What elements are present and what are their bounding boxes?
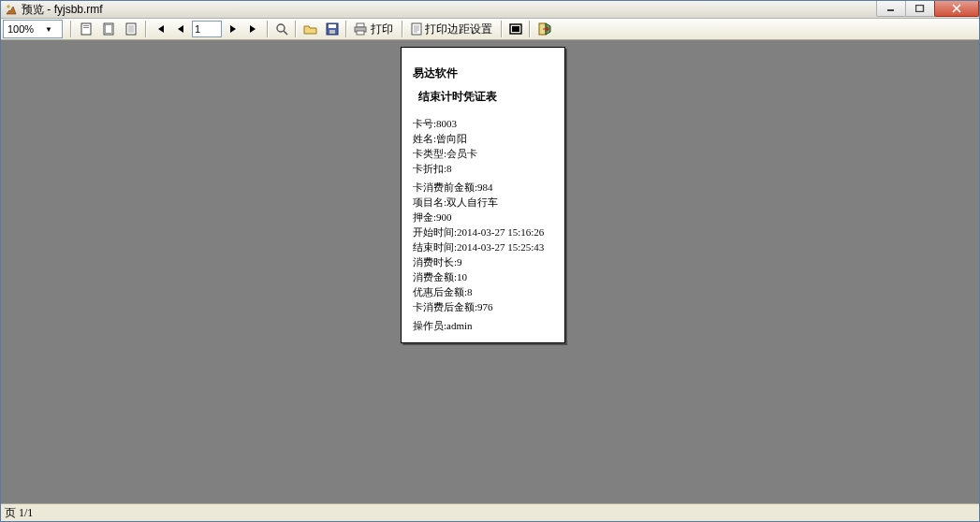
row-operator: 操作员:admin <box>413 318 555 333</box>
row-deposit: 押金:900 <box>413 210 555 225</box>
first-page-button[interactable] <box>151 20 169 38</box>
svg-rect-17 <box>412 23 421 35</box>
search-button[interactable] <box>272 20 291 38</box>
close-button[interactable] <box>934 1 979 17</box>
title-bar: 预览 - fyjsbb.rmf <box>1 1 979 19</box>
chevron-down-icon[interactable]: ▼ <box>43 25 54 34</box>
row-after-discount: 优惠后金额:8 <box>413 284 555 299</box>
row-amount: 消费金额:10 <box>413 269 555 284</box>
separator <box>345 21 347 37</box>
separator <box>267 21 269 37</box>
separator <box>145 21 147 37</box>
svg-point-10 <box>277 24 285 32</box>
svg-rect-5 <box>83 27 89 28</box>
page-number-input[interactable] <box>192 21 222 37</box>
page-setup-label: 打印边距设置 <box>423 22 494 37</box>
separator <box>295 21 297 37</box>
window-title: 预览 - fyjsbb.rmf <box>22 2 103 18</box>
next-page-button[interactable] <box>224 20 242 38</box>
document-title: 结束计时凭证表 <box>413 89 555 105</box>
minimize-button[interactable] <box>876 1 906 17</box>
svg-point-0 <box>7 6 10 8</box>
status-page-indicator: 页 1/1 <box>5 505 33 521</box>
app-icon <box>5 3 18 16</box>
exit-button[interactable] <box>534 20 555 38</box>
row-end-time: 结束时间:2014-03-27 15:25:43 <box>413 239 555 254</box>
preview-viewport[interactable]: 易达软件 结束计时凭证表 卡号:8003 姓名:曾向阳 卡类型:会员卡 卡折扣:… <box>1 40 979 503</box>
separator <box>501 21 503 37</box>
svg-rect-2 <box>916 6 924 12</box>
outline-toggle-button[interactable] <box>506 20 525 38</box>
prev-page-button[interactable] <box>171 20 190 38</box>
row-card-type: 卡类型:会员卡 <box>413 146 555 161</box>
save-button[interactable] <box>323 20 342 38</box>
row-balance-after: 卡消费后金额:976 <box>413 299 555 314</box>
app-window: 预览 - fyjsbb.rmf ▼ <box>0 0 980 522</box>
svg-rect-9 <box>128 25 134 33</box>
svg-rect-16 <box>357 31 364 35</box>
open-button[interactable] <box>300 20 321 38</box>
zoom-page-width-button[interactable] <box>76 20 96 38</box>
maximize-button[interactable] <box>905 1 935 17</box>
separator <box>529 21 531 37</box>
row-duration: 消费时长:9 <box>413 254 555 269</box>
page-setup-button[interactable]: 打印边距设置 <box>407 20 497 38</box>
row-name: 姓名:曾向阳 <box>413 131 555 146</box>
window-controls <box>877 1 979 18</box>
zoom-input[interactable] <box>6 22 43 36</box>
svg-rect-12 <box>329 24 336 28</box>
svg-rect-1 <box>887 9 894 11</box>
zoom-100-button[interactable] <box>121 20 141 38</box>
svg-rect-19 <box>512 26 519 32</box>
row-card-no: 卡号:8003 <box>413 116 555 131</box>
last-page-button[interactable] <box>244 20 263 38</box>
separator <box>402 21 403 37</box>
row-start-time: 开始时间:2014-03-27 15:16:26 <box>413 225 555 239</box>
print-label: 打印 <box>369 22 395 37</box>
svg-rect-3 <box>81 23 91 35</box>
svg-rect-14 <box>357 23 364 27</box>
page-canvas: 易达软件 结束计时凭证表 卡号:8003 姓名:曾向阳 卡类型:会员卡 卡折扣:… <box>401 47 565 343</box>
company-name: 易达软件 <box>413 65 555 81</box>
separator <box>70 21 72 37</box>
row-discount: 卡折扣:8 <box>413 161 555 176</box>
row-balance-before: 卡消费前金额:984 <box>413 180 555 195</box>
print-button[interactable]: 打印 <box>351 20 398 38</box>
status-bar: 页 1/1 <box>1 503 979 521</box>
title-bar-left: 预览 - fyjsbb.rmf <box>5 2 103 18</box>
zoom-whole-page-button[interactable] <box>98 20 119 38</box>
zoom-combo[interactable]: ▼ <box>3 20 63 38</box>
svg-rect-4 <box>83 25 89 26</box>
svg-rect-13 <box>329 30 335 34</box>
toolbar: ▼ <box>1 19 979 40</box>
row-item: 项目名:双人自行车 <box>413 195 555 210</box>
